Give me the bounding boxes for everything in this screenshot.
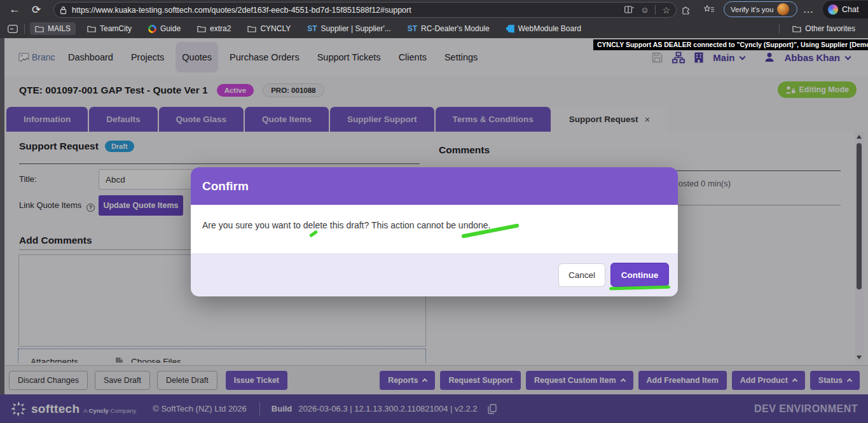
lock-icon [60, 6, 67, 15]
divider [779, 24, 780, 34]
split-screen-icon[interactable] [624, 6, 634, 14]
bookmark-teamcity[interactable]: TeamCity [82, 22, 137, 35]
more-options-button[interactable]: … [800, 1, 816, 18]
divider [655, 5, 656, 15]
folder-icon [247, 25, 256, 32]
folder-icon [197, 25, 206, 32]
browser-window: ← ⟳ https://www.kuaka-testing.softtech.c… [0, 0, 868, 423]
chat-label: Chat [842, 5, 858, 14]
cancel-button[interactable]: Cancel [558, 263, 605, 287]
browser-toolbar: ← ⟳ https://www.kuaka-testing.softtech.c… [0, 0, 868, 19]
bookmark-rc-dealer[interactable]: ST RC-Dealer's Module [403, 22, 495, 35]
dialog-title: Confirm [191, 167, 678, 205]
other-favorites-button[interactable]: Other favorites [787, 22, 860, 35]
extensions-puzzle-icon[interactable] [678, 1, 694, 18]
bookmark-webmodule[interactable]: WebModule Board [501, 22, 586, 35]
continue-button[interactable]: Continue [610, 263, 669, 287]
bookmark-supplier[interactable]: ST Supplier | Supplier'... [302, 22, 396, 35]
bookmark-guide[interactable]: Guide [143, 22, 186, 35]
bookmark-extra2[interactable]: extra2 [192, 22, 236, 35]
st-logo-icon: ST [307, 24, 317, 33]
address-bar[interactable]: https://www.kuaka-testing.softtech.com/q… [53, 2, 677, 18]
bookmark-cyncly[interactable]: CYNCLY [242, 22, 296, 35]
favorite-star-icon[interactable]: ☆ [662, 5, 670, 15]
sidebar-toggle-icon[interactable] [8, 25, 18, 33]
copilot-icon [828, 4, 838, 15]
confirm-dialog: Confirm Are you sure you want to delete … [191, 167, 678, 296]
back-button[interactable]: ← [6, 1, 23, 18]
divider [24, 24, 25, 34]
feedback-smiley-icon[interactable]: ☺ [640, 5, 649, 15]
folder-icon [35, 25, 44, 32]
profile-avatar [777, 3, 789, 15]
connection-banner: CYNCLY Support AS DEALER connected to "C… [593, 39, 868, 50]
google-icon [148, 25, 156, 33]
bookmark-mails[interactable]: MAILS [30, 22, 76, 35]
verify-label: Verify it's you [731, 6, 773, 13]
app-page: Branc Dashboard Projects Quotes Purchase… [0, 38, 868, 423]
dialog-message: Are you sure you want to delete this dra… [191, 205, 678, 253]
st-logo-icon: ST [408, 24, 417, 33]
refresh-button[interactable]: ⟳ [28, 1, 45, 18]
favorites-list-icon[interactable] [701, 1, 717, 18]
webmodule-icon [506, 25, 514, 33]
folder-icon [87, 25, 96, 32]
verify-profile-button[interactable]: Verify it's you [724, 1, 797, 17]
copilot-chat-button[interactable]: Chat [823, 1, 868, 18]
bookmarks-bar: MAILS TeamCity Guide extra2 CYNCLY ST Su… [0, 19, 868, 38]
url-text[interactable]: https://www.kuaka-testing.softtech.com/q… [72, 6, 624, 15]
folder-icon [792, 25, 801, 32]
